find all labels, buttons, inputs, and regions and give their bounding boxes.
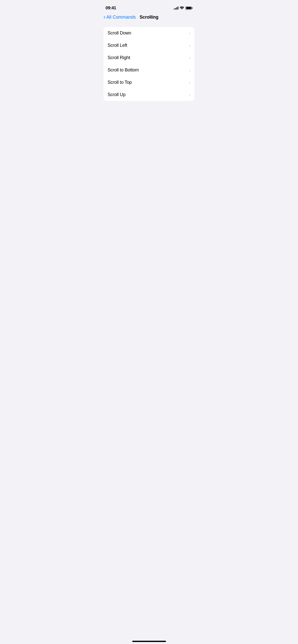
scroll-to-bottom-chevron-icon: ›: [189, 68, 190, 72]
back-button[interactable]: ‹ All Commands: [104, 15, 136, 20]
nav-title: Scrolling: [140, 15, 158, 20]
wifi-icon: [180, 6, 184, 10]
signal-bar-3: [176, 7, 177, 10]
signal-bar-4: [178, 7, 178, 10]
scroll-down-label: Scroll Down: [108, 30, 131, 36]
scroll-left-label: Scroll Left: [108, 43, 127, 48]
battery-fill: [186, 7, 191, 9]
signal-icon: [174, 7, 178, 10]
scroll-right-label: Scroll Right: [108, 55, 130, 60]
list-item-scroll-left[interactable]: Scroll Left ›: [104, 39, 194, 52]
signal-bar-2: [175, 8, 176, 10]
battery-body: [185, 7, 192, 10]
status-icons: [174, 6, 192, 10]
battery-icon: [185, 7, 192, 10]
list-item-scroll-up[interactable]: Scroll Up ›: [104, 89, 194, 101]
list-item-scroll-down[interactable]: Scroll Down ›: [104, 27, 194, 39]
nav-bar: ‹ All Commands Scrolling: [100, 13, 198, 23]
signal-bar-1: [174, 9, 175, 10]
scroll-to-top-label: Scroll to Top: [108, 80, 132, 85]
scroll-up-label: Scroll Up: [108, 92, 125, 97]
scrolling-commands-list: Scroll Down › Scroll Left › Scroll Right…: [104, 27, 194, 101]
status-time: 09:41: [106, 6, 116, 11]
list-item-scroll-to-top[interactable]: Scroll to Top ›: [104, 76, 194, 89]
status-bar: 09:41: [100, 0, 198, 13]
scroll-right-chevron-icon: ›: [189, 56, 190, 60]
list-item-scroll-right[interactable]: Scroll Right ›: [104, 52, 194, 64]
scroll-to-top-chevron-icon: ›: [189, 80, 190, 85]
scroll-left-chevron-icon: ›: [189, 43, 190, 48]
back-chevron-icon: ‹: [104, 14, 105, 20]
battery-tip: [192, 7, 192, 9]
back-label: All Commands: [106, 15, 136, 20]
list-item-scroll-to-bottom[interactable]: Scroll to Bottom ›: [104, 64, 194, 76]
scroll-up-chevron-icon: ›: [189, 93, 190, 97]
scroll-to-bottom-label: Scroll to Bottom: [108, 67, 139, 73]
scroll-down-chevron-icon: ›: [189, 31, 190, 35]
